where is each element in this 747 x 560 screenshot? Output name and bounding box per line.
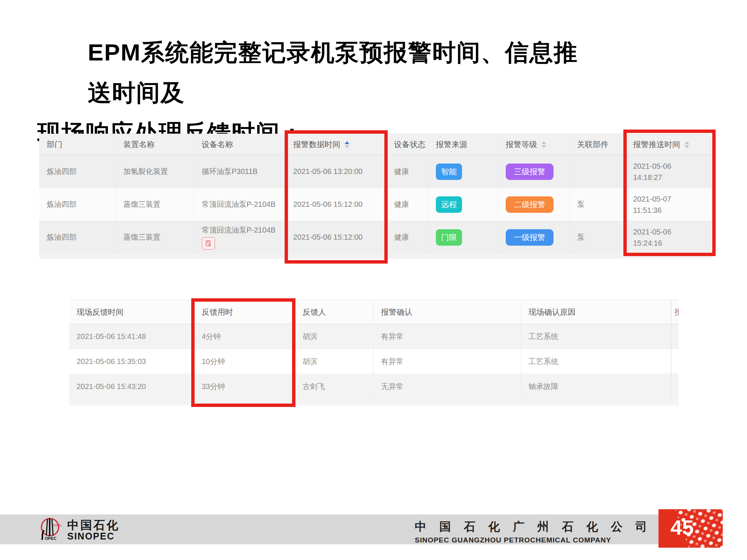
company-name-cn: 中 国 石 化 广 州 石 化 公 司 bbox=[415, 519, 652, 535]
page-number-block: 45 bbox=[658, 509, 723, 548]
cell-alarm-confirm: 有异常 bbox=[374, 324, 521, 349]
cell-unit: 蒸馏三装置 bbox=[116, 221, 194, 253]
header-device-status: 设备状态 bbox=[387, 134, 428, 155]
cell-status: 健康 bbox=[387, 188, 428, 221]
brand-name-cn: 中国石化 bbox=[67, 519, 120, 532]
header-feedback-time: 现场反馈时间 bbox=[69, 300, 194, 324]
feedback-table-header: 现场反馈时间 反馈用时 反馈人 报警确认 现场确认原因 报 bbox=[69, 300, 679, 324]
cell-status: 健康 bbox=[387, 221, 428, 253]
header-feedback-person: 反馈人 bbox=[295, 300, 374, 324]
cell-level: 三级报警 bbox=[498, 155, 570, 188]
alarm-level-badge: 一级报警 bbox=[506, 229, 554, 246]
cell-feedback-time: 2021-05-06 15:43:20 bbox=[69, 374, 194, 399]
company-name: 中 国 石 化 广 州 石 化 公 司 SINOPEC GUANGZHOU PE… bbox=[415, 519, 652, 544]
cell-unit: 蒸馏三装置 bbox=[116, 188, 194, 221]
work-order-icon[interactable] bbox=[202, 237, 215, 250]
page-number: 45 bbox=[670, 515, 694, 539]
cell-level: 一级报警 bbox=[498, 221, 570, 253]
header-device: 设备名称 bbox=[194, 134, 286, 155]
alarm-source-badge: 门限 bbox=[436, 229, 462, 246]
annotation-box-feedback-duration bbox=[191, 298, 295, 407]
cell-device: 常顶回流油泵P-2104B bbox=[194, 221, 286, 253]
alarm-level-badge: 三级报警 bbox=[506, 164, 554, 180]
cell-feedback-time: 2021-05-06 15:41:48 bbox=[69, 324, 194, 349]
cell-confirm-reason: 工艺系统 bbox=[521, 324, 671, 349]
annotation-box-push-time bbox=[623, 130, 716, 256]
table-bottom-sliver bbox=[69, 399, 679, 405]
sinopec-logo-icon: 中国石化 OPEC bbox=[37, 517, 62, 544]
slide-title-line1: EPM系统能完整记录机泵预报警时间、信息推送时间及 bbox=[37, 32, 590, 113]
cell-unit: 加氢裂化装置 bbox=[116, 155, 194, 188]
header-dept: 部门 bbox=[39, 134, 116, 155]
header-related-part: 关联部件 bbox=[570, 134, 626, 155]
cell-feedback-person: 古剑飞 bbox=[295, 374, 374, 399]
cell-part bbox=[570, 155, 626, 188]
cell-part: 泵 bbox=[570, 188, 626, 221]
header-alarm-source: 报警来源 bbox=[428, 134, 498, 155]
cell-alarm-confirm: 无异常 bbox=[374, 374, 521, 399]
sort-icon-alarm-level[interactable] bbox=[542, 141, 546, 148]
header-alarm-level[interactable]: 报警等级 bbox=[498, 134, 570, 155]
svg-text:OPEC: OPEC bbox=[45, 536, 56, 541]
cell-dept: 炼油四部 bbox=[39, 221, 116, 253]
cell-feedback-person: 胡滨 bbox=[295, 349, 374, 374]
brand-text: 中国石化 SINOPEC bbox=[67, 519, 120, 541]
header-alarm-level-label: 报警等级 bbox=[506, 139, 537, 150]
cell-source: 智能 bbox=[428, 155, 498, 188]
cell-dept: 炼油四部 bbox=[39, 188, 116, 221]
slide: EPM系统能完整记录机泵预报警时间、信息推送时间及 现场响应处理反馈时间； 部门… bbox=[0, 0, 747, 560]
cell-clipped-column bbox=[671, 374, 679, 399]
svg-text:中国石化: 中国石化 bbox=[52, 524, 62, 527]
table-row: 2021-05-06 15:41:48 4分钟 胡滨 有异常 工艺系统 bbox=[69, 324, 679, 349]
header-clipped-column: 报 bbox=[671, 300, 679, 324]
cell-clipped-column bbox=[671, 349, 679, 374]
device-name: 常顶回流油泵P-2104B bbox=[202, 225, 276, 235]
cell-source: 门限 bbox=[428, 221, 498, 253]
cell-confirm-reason: 工艺系统 bbox=[521, 349, 671, 374]
header-alarm-confirm: 报警确认 bbox=[374, 300, 521, 324]
alarm-level-badge: 二级报警 bbox=[506, 196, 554, 213]
feedback-table: 现场反馈时间 反馈用时 反馈人 报警确认 现场确认原因 报 2021-05-06… bbox=[69, 300, 679, 405]
company-name-en: SINOPEC GUANGZHOU PETROCHEMICAL COMPANY bbox=[415, 536, 652, 544]
cell-device: 循环油泵P3011B bbox=[194, 155, 286, 188]
table-row: 2021-05-06 15:43:20 33分钟 古剑飞 无异常 轴承故障 bbox=[69, 374, 679, 399]
cell-level: 二级报警 bbox=[498, 188, 570, 221]
annotation-box-alarm-data-time bbox=[285, 130, 388, 264]
brand-name-en: SINOPEC bbox=[67, 531, 120, 541]
cell-alarm-confirm: 有异常 bbox=[374, 349, 521, 374]
cell-part: 泵 bbox=[570, 221, 626, 253]
feedback-table-wrap: 现场反馈时间 反馈用时 反馈人 报警确认 现场确认原因 报 2021-05-06… bbox=[69, 300, 679, 405]
sinopec-brand: 中国石化 OPEC 中国石化 SINOPEC bbox=[37, 517, 120, 544]
cell-clipped-column bbox=[671, 324, 679, 349]
alarm-source-badge: 远程 bbox=[436, 196, 462, 213]
cell-device: 常顶回流油泵P-2104B bbox=[194, 188, 286, 221]
cell-dept: 炼油四部 bbox=[39, 155, 116, 188]
header-unit: 装置名称 bbox=[116, 134, 194, 155]
cell-status: 健康 bbox=[387, 155, 428, 188]
cell-feedback-time: 2021-05-06 15:35:03 bbox=[69, 349, 194, 374]
cell-confirm-reason: 轴承故障 bbox=[521, 374, 671, 399]
cell-source: 远程 bbox=[428, 188, 498, 221]
alarm-source-badge: 智能 bbox=[436, 164, 462, 180]
table-row: 2021-05-06 15:35:03 10分钟 胡滨 有异常 工艺系统 bbox=[69, 349, 679, 374]
header-confirm-reason: 现场确认原因 bbox=[521, 300, 671, 324]
cell-feedback-person: 胡滨 bbox=[295, 324, 374, 349]
